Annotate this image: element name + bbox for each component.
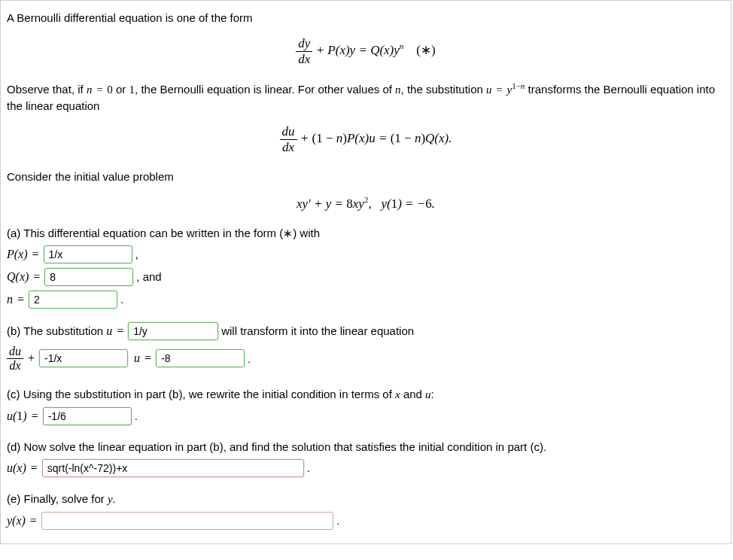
equation-linear: dudx + (1 − n)P(x)u = (1 − n)Q(x). (7, 124, 725, 155)
plus-sign: + (26, 352, 36, 365)
period-5: . (336, 514, 339, 527)
n-label: n = (7, 293, 26, 306)
part-a-n-row: n = . (7, 291, 725, 309)
P-label: P(x) = (7, 248, 41, 261)
part-e-pre: (e) Finally, solve for (7, 492, 108, 505)
period-1: . (120, 293, 123, 306)
consider-text: Consider the initial value problem (7, 169, 725, 184)
observe-mid: or (116, 83, 129, 96)
u1-input[interactable] (43, 407, 132, 425)
u-sub-input[interactable] (128, 322, 218, 340)
u-eq-label: u = (106, 324, 125, 338)
observe-pre: Observe that, if (7, 83, 87, 96)
part-c-row: u(1) = . (7, 407, 725, 425)
yx-input[interactable] (41, 512, 333, 530)
ux-label: u(x) = (7, 461, 39, 475)
part-e-text: (e) Finally, solve for y. (7, 491, 725, 507)
yx-label: y(x) = (7, 514, 38, 528)
observe-post: , the Bernoulli equation is linear. For … (135, 83, 395, 96)
part-a-Q-row: Q(x) = , and (7, 268, 725, 286)
u-eq2-label: u = (131, 352, 153, 365)
and-text: , and (136, 270, 161, 283)
part-d-text: (d) Now solve the linear equation in par… (7, 439, 725, 455)
dudx-label: dudx (7, 345, 23, 373)
part-c-text: (c) Using the substitution in part (b), … (7, 386, 725, 403)
ux-input[interactable] (42, 459, 304, 477)
part-b-row2: dudx + u = . (7, 345, 725, 373)
star-label: (∗) (416, 43, 435, 57)
Q-input[interactable] (44, 268, 133, 286)
part-a-text: (a) This differential equation can be wr… (7, 225, 725, 241)
part-e-row: y(x) = . (7, 512, 725, 530)
observe-end: , the substitution (401, 83, 486, 96)
P-input[interactable] (44, 245, 132, 263)
part-b-post: will transform it into the linear equati… (221, 324, 414, 337)
period-3: . (135, 409, 138, 422)
part-d-row: u(x) = . (7, 459, 725, 477)
part-b-pre: (b) The substitution (7, 324, 103, 337)
period-2: . (248, 352, 251, 365)
intro-line1: A Bernoulli differential equation is one… (7, 10, 725, 26)
n-input[interactable] (29, 291, 117, 309)
equation-star: dydx + P(x)y = Q(x)yn (∗) (7, 36, 725, 67)
u1-label: u(1) = (7, 409, 40, 423)
problem-container: A Bernoulli differential equation is one… (0, 0, 731, 544)
period-4: . (307, 461, 310, 474)
Q-label: Q(x) = (7, 270, 41, 284)
observe-text: Observe that, if n = 0 or 1, the Bernoul… (7, 81, 725, 114)
part-c-and: and (403, 388, 425, 400)
part-c-pre: (c) Using the substitution in part (b), … (7, 388, 395, 400)
part-c-colon: : (431, 388, 434, 400)
coeff-input[interactable] (39, 349, 128, 367)
part-a-P-row: P(x) = , (7, 245, 725, 263)
part-b-row1: (b) The substitution u = will transform … (7, 322, 725, 340)
rhs-input[interactable] (156, 349, 245, 367)
comma-1: , (135, 248, 138, 260)
equation-ivp: xy′ + y = 8xy2, y(1) = −6. (7, 195, 725, 212)
